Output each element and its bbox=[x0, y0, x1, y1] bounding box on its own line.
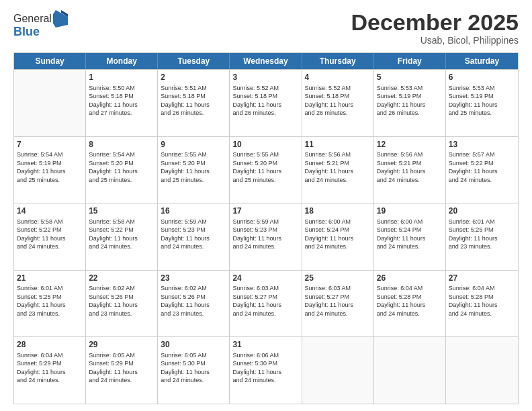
day-info: Sunrise: 5:52 AM Sunset: 5:18 PM Dayligh… bbox=[305, 84, 371, 118]
calendar-cell bbox=[14, 70, 86, 136]
day-info: Sunrise: 6:04 AM Sunset: 5:29 PM Dayligh… bbox=[17, 351, 83, 385]
calendar-header-day: Wednesday bbox=[230, 53, 302, 69]
day-info: Sunrise: 6:03 AM Sunset: 5:27 PM Dayligh… bbox=[232, 284, 298, 318]
day-number: 25 bbox=[305, 273, 371, 283]
calendar-header: SundayMondayTuesdayWednesdayThursdayFrid… bbox=[14, 53, 518, 69]
day-number: 18 bbox=[305, 205, 371, 216]
calendar-cell: 24Sunrise: 6:03 AM Sunset: 5:27 PM Dayli… bbox=[230, 271, 302, 337]
day-info: Sunrise: 5:50 AM Sunset: 5:18 PM Dayligh… bbox=[89, 84, 154, 118]
day-number: 1 bbox=[89, 72, 154, 83]
day-number: 12 bbox=[377, 139, 443, 150]
page: General Blue December 2025 Usab, Bicol, … bbox=[0, 0, 532, 411]
calendar-header-day: Monday bbox=[86, 53, 158, 69]
day-number: 17 bbox=[232, 205, 298, 216]
day-number: 14 bbox=[17, 205, 83, 216]
calendar-cell: 23Sunrise: 6:02 AM Sunset: 5:26 PM Dayli… bbox=[158, 271, 230, 337]
day-number: 5 bbox=[377, 72, 443, 83]
calendar-cell bbox=[446, 337, 518, 404]
calendar-cell bbox=[374, 337, 446, 404]
header: General Blue December 2025 Usab, Bicol, … bbox=[13, 10, 519, 46]
calendar-week: 7Sunrise: 5:54 AM Sunset: 5:19 PM Daylig… bbox=[14, 136, 518, 203]
day-number: 22 bbox=[89, 273, 154, 283]
calendar-cell: 13Sunrise: 5:57 AM Sunset: 5:22 PM Dayli… bbox=[446, 137, 518, 203]
calendar-cell: 7Sunrise: 5:54 AM Sunset: 5:19 PM Daylig… bbox=[14, 137, 86, 203]
day-info: Sunrise: 5:55 AM Sunset: 5:20 PM Dayligh… bbox=[232, 150, 298, 184]
day-info: Sunrise: 5:56 AM Sunset: 5:21 PM Dayligh… bbox=[305, 150, 371, 184]
day-number: 23 bbox=[161, 273, 226, 283]
day-number: 8 bbox=[89, 139, 154, 150]
day-info: Sunrise: 6:01 AM Sunset: 5:25 PM Dayligh… bbox=[17, 284, 83, 318]
calendar-cell: 21Sunrise: 6:01 AM Sunset: 5:25 PM Dayli… bbox=[14, 271, 86, 337]
day-info: Sunrise: 6:05 AM Sunset: 5:30 PM Dayligh… bbox=[161, 351, 226, 385]
day-number: 7 bbox=[17, 139, 83, 150]
calendar-cell: 25Sunrise: 6:03 AM Sunset: 5:27 PM Dayli… bbox=[302, 271, 374, 337]
month-title: December 2025 bbox=[351, 10, 519, 35]
calendar-body: 1Sunrise: 5:50 AM Sunset: 5:18 PM Daylig… bbox=[14, 69, 518, 404]
day-number: 6 bbox=[449, 72, 515, 83]
calendar-cell: 8Sunrise: 5:54 AM Sunset: 5:20 PM Daylig… bbox=[86, 137, 158, 203]
day-info: Sunrise: 6:00 AM Sunset: 5:24 PM Dayligh… bbox=[377, 218, 443, 251]
location: Usab, Bicol, Philippines bbox=[351, 35, 519, 46]
calendar-header-day: Sunday bbox=[14, 53, 86, 69]
calendar-cell: 27Sunrise: 6:04 AM Sunset: 5:28 PM Dayli… bbox=[446, 271, 518, 337]
day-number: 9 bbox=[161, 139, 226, 150]
day-number: 11 bbox=[305, 139, 371, 150]
calendar-cell: 26Sunrise: 6:04 AM Sunset: 5:28 PM Dayli… bbox=[374, 271, 446, 337]
day-info: Sunrise: 6:06 AM Sunset: 5:30 PM Dayligh… bbox=[232, 351, 298, 385]
day-number: 16 bbox=[161, 205, 226, 216]
logo: General Blue bbox=[13, 10, 68, 39]
calendar-cell: 22Sunrise: 6:02 AM Sunset: 5:26 PM Dayli… bbox=[86, 271, 158, 337]
day-info: Sunrise: 5:59 AM Sunset: 5:23 PM Dayligh… bbox=[161, 218, 226, 251]
day-info: Sunrise: 6:00 AM Sunset: 5:24 PM Dayligh… bbox=[305, 218, 371, 251]
day-info: Sunrise: 6:01 AM Sunset: 5:25 PM Dayligh… bbox=[449, 218, 515, 251]
svg-marker-0 bbox=[53, 10, 68, 28]
calendar-cell: 9Sunrise: 5:55 AM Sunset: 5:20 PM Daylig… bbox=[158, 137, 230, 203]
day-number: 28 bbox=[17, 339, 83, 350]
calendar-cell: 12Sunrise: 5:56 AM Sunset: 5:21 PM Dayli… bbox=[374, 137, 446, 203]
calendar-cell: 6Sunrise: 5:53 AM Sunset: 5:19 PM Daylig… bbox=[446, 70, 518, 136]
day-number: 21 bbox=[17, 273, 83, 283]
calendar-header-day: Thursday bbox=[302, 53, 374, 69]
calendar-cell: 31Sunrise: 6:06 AM Sunset: 5:30 PM Dayli… bbox=[230, 337, 302, 404]
day-info: Sunrise: 6:04 AM Sunset: 5:28 PM Dayligh… bbox=[377, 284, 443, 318]
day-number: 15 bbox=[89, 205, 154, 216]
title-block: December 2025 Usab, Bicol, Philippines bbox=[351, 10, 519, 46]
calendar-cell: 10Sunrise: 5:55 AM Sunset: 5:20 PM Dayli… bbox=[230, 137, 302, 203]
day-info: Sunrise: 5:57 AM Sunset: 5:22 PM Dayligh… bbox=[449, 150, 515, 184]
logo-general-text: General bbox=[13, 13, 52, 25]
day-info: Sunrise: 5:56 AM Sunset: 5:21 PM Dayligh… bbox=[377, 150, 443, 184]
day-number: 26 bbox=[377, 273, 443, 283]
calendar-header-day: Saturday bbox=[446, 53, 518, 69]
calendar-cell: 3Sunrise: 5:52 AM Sunset: 5:18 PM Daylig… bbox=[230, 70, 302, 136]
calendar-cell: 20Sunrise: 6:01 AM Sunset: 5:25 PM Dayli… bbox=[446, 203, 518, 270]
calendar-header-day: Tuesday bbox=[158, 53, 230, 69]
day-info: Sunrise: 5:54 AM Sunset: 5:19 PM Dayligh… bbox=[17, 150, 83, 184]
day-info: Sunrise: 5:58 AM Sunset: 5:22 PM Dayligh… bbox=[17, 218, 83, 251]
day-number: 3 bbox=[232, 72, 298, 83]
day-info: Sunrise: 5:53 AM Sunset: 5:19 PM Dayligh… bbox=[449, 84, 515, 118]
calendar-cell: 11Sunrise: 5:56 AM Sunset: 5:21 PM Dayli… bbox=[302, 137, 374, 203]
day-info: Sunrise: 5:59 AM Sunset: 5:23 PM Dayligh… bbox=[232, 218, 298, 251]
day-number: 24 bbox=[232, 273, 298, 283]
day-info: Sunrise: 6:03 AM Sunset: 5:27 PM Dayligh… bbox=[305, 284, 371, 318]
calendar-cell: 15Sunrise: 5:58 AM Sunset: 5:22 PM Dayli… bbox=[86, 203, 158, 270]
day-info: Sunrise: 5:55 AM Sunset: 5:20 PM Dayligh… bbox=[161, 150, 226, 184]
calendar-cell: 28Sunrise: 6:04 AM Sunset: 5:29 PM Dayli… bbox=[14, 337, 86, 404]
day-info: Sunrise: 5:53 AM Sunset: 5:19 PM Dayligh… bbox=[377, 84, 443, 118]
day-info: Sunrise: 5:58 AM Sunset: 5:22 PM Dayligh… bbox=[89, 218, 154, 251]
calendar-week: 1Sunrise: 5:50 AM Sunset: 5:18 PM Daylig… bbox=[14, 69, 518, 136]
day-info: Sunrise: 6:02 AM Sunset: 5:26 PM Dayligh… bbox=[161, 284, 226, 318]
day-number: 27 bbox=[449, 273, 515, 283]
calendar-week: 28Sunrise: 6:04 AM Sunset: 5:29 PM Dayli… bbox=[14, 336, 518, 404]
calendar-cell: 5Sunrise: 5:53 AM Sunset: 5:19 PM Daylig… bbox=[374, 70, 446, 136]
day-number: 19 bbox=[377, 205, 443, 216]
calendar-cell: 1Sunrise: 5:50 AM Sunset: 5:18 PM Daylig… bbox=[86, 70, 158, 136]
calendar-header-day: Friday bbox=[374, 53, 446, 69]
day-number: 13 bbox=[449, 139, 515, 150]
calendar-cell: 17Sunrise: 5:59 AM Sunset: 5:23 PM Dayli… bbox=[230, 203, 302, 270]
calendar-week: 21Sunrise: 6:01 AM Sunset: 5:25 PM Dayli… bbox=[14, 270, 518, 337]
day-info: Sunrise: 6:05 AM Sunset: 5:29 PM Dayligh… bbox=[89, 351, 154, 385]
calendar-cell: 4Sunrise: 5:52 AM Sunset: 5:18 PM Daylig… bbox=[302, 70, 374, 136]
day-number: 10 bbox=[232, 139, 298, 150]
calendar-cell: 30Sunrise: 6:05 AM Sunset: 5:30 PM Dayli… bbox=[158, 337, 230, 404]
